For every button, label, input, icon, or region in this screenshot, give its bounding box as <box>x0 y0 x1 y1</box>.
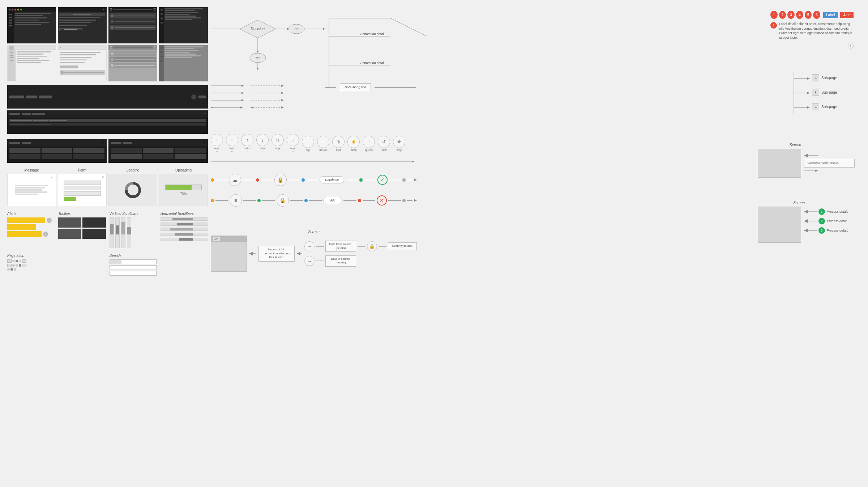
svg-marker-64 <box>815 170 818 172</box>
mockup-topbar <box>7 7 56 12</box>
svg-marker-44 <box>414 199 417 202</box>
form-label: Form <box>78 168 86 172</box>
form-component: Form ✕ <box>58 168 107 206</box>
svg-marker-35 <box>281 92 284 94</box>
screen-label-center: Screen <box>211 230 417 234</box>
svg-text:Decision: Decision <box>251 27 265 31</box>
svg-text:No: No <box>294 27 299 31</box>
bracket-svg: Annotation detail Annotation detail <box>325 14 430 90</box>
loading-label: Loading <box>127 168 140 172</box>
mockup-row-2: ≡ ☰ <box>7 45 208 81</box>
subpage-tree: a Sub-page a Sub-page a Sub-page <box>779 71 859 118</box>
svg-marker-57 <box>807 92 810 94</box>
tooltips-section: Tooltips <box>58 212 106 248</box>
vertical-scrollbars-section: Vertical Scrollbars <box>110 212 157 248</box>
process-flow-1: ☁ 🔒 Database ✓ <box>211 174 417 186</box>
badge-4: 4 <box>796 11 803 19</box>
search-section: Search <box>110 254 208 277</box>
svg-marker-65 <box>804 210 808 213</box>
gesture-swipe-up: ↑ swipe ↑ <box>241 134 253 153</box>
mockup-dark-sidebar-1 <box>7 7 56 43</box>
gesture-rotate: ↺ rotate <box>378 136 390 151</box>
badge-5: 5 <box>805 11 812 19</box>
gesture-drag: ✥ drag <box>393 136 405 151</box>
info-icon: i <box>848 43 854 48</box>
svg-text:Annotation detail: Annotation detail <box>360 61 384 65</box>
svg-marker-59 <box>807 106 810 109</box>
svg-marker-28 <box>241 99 244 101</box>
gesture-swipe-right: → swipe → <box>211 134 223 153</box>
svg-marker-42 <box>412 161 415 162</box>
svg-marker-11 <box>257 51 259 53</box>
note-along-line: Note along line <box>325 83 416 91</box>
svg-marker-9 <box>323 28 325 30</box>
process-flow-2: ≡ 🔒 API ✕ <box>211 194 417 207</box>
label-button[interactable]: Label <box>823 12 838 18</box>
horizontal-scrollbars-section: Horizontal Scrollbars <box>161 212 208 248</box>
badge-1: 1 <box>770 11 778 19</box>
vertical-scrollbars-label: Vertical Scrollbars <box>110 212 157 216</box>
svg-marker-67 <box>804 219 808 223</box>
mockup-gray-small <box>159 45 208 81</box>
flowchart-svg: Decision No Yes <box>211 9 330 72</box>
screen-validation: Screen Validation / script details. <box>758 143 859 178</box>
mockup-dark-dialog-1: ✕ <box>58 7 107 43</box>
uploading-label: Uploading <box>175 168 192 172</box>
svg-line-20 <box>390 18 427 36</box>
mockup-light-dialog: ≡ <box>58 45 107 81</box>
mockup-dark-small-1 <box>159 7 208 43</box>
mockup-gray-list: ☰ ☰ <box>108 45 157 81</box>
mockup-dark-list-1: ☰ ☰ <box>108 7 157 43</box>
badge-2: 2 <box>779 11 786 19</box>
bracket-annotations: Annotation detail Annotation detail <box>325 14 430 90</box>
svg-marker-40 <box>281 106 284 109</box>
svg-marker-43 <box>414 178 417 181</box>
toolbar-rows: ≡ <box>7 85 208 134</box>
svg-text:Annotation detail: Annotation detail <box>360 32 384 36</box>
pagination-label: Pagination <box>7 254 106 258</box>
gesture-spread: ↔ spread <box>363 136 375 151</box>
pagination-section: Pagination <box>7 254 106 277</box>
gesture-swipe-left: ← swipe ← <box>226 134 238 153</box>
svg-marker-26 <box>241 92 244 94</box>
gesture-tap: · tap <box>302 136 314 151</box>
svg-marker-24 <box>241 85 244 87</box>
alerts-section: Alerts i i <box>7 212 55 248</box>
screen-process: Screen 1 Process detail. 2 Process detai… <box>758 201 859 243</box>
svg-marker-33 <box>281 85 284 87</box>
right-badges-section: 1 2 3 4 5 6 Label Alert 1 Label detail d… <box>770 11 854 48</box>
misc-row: Alerts i i Tooltips <box>7 212 208 248</box>
svg-text:Yes: Yes <box>255 56 261 60</box>
mockup-light-sidebar <box>7 45 56 81</box>
screen-data-flow: Screen API Details of API connection aff… <box>211 230 417 272</box>
svg-marker-69 <box>804 229 808 232</box>
annotation-text: Label detail dolor sit amet, consectetur… <box>779 22 854 40</box>
gesture-swipe-down: ↓ swipe ↓ <box>256 134 269 153</box>
svg-marker-31 <box>240 106 243 109</box>
annotation-badge: 1 <box>770 22 777 29</box>
alert-button[interactable]: Alert <box>840 12 854 18</box>
gesture-hold: ◎ hold <box>332 136 345 151</box>
svg-marker-15 <box>257 68 259 70</box>
loading-component: Loading <box>108 168 157 206</box>
pagination-search-row: Pagination <box>7 254 208 277</box>
arrow-lines-section <box>211 81 305 118</box>
alerts-label: Alerts <box>7 212 55 216</box>
gesture-swipe-updown: ↑↓ swipe ↑↓ <box>271 134 284 153</box>
svg-marker-37 <box>281 99 284 101</box>
page: ✕ ☰ <box>0 0 868 487</box>
toolbar-rows-2: ☰ ☰ <box>7 139 208 163</box>
mockup-row-1: ✕ ☰ <box>7 7 208 43</box>
svg-marker-55 <box>807 77 810 80</box>
left-panel: ✕ ☰ <box>7 7 208 277</box>
message-component: Message ✕ <box>7 168 56 206</box>
uploading-component: Uploading 73% <box>159 168 208 206</box>
screen-label-process: Screen <box>758 201 859 205</box>
gesture-dbltap: ·· dbl-tap <box>317 136 329 151</box>
badge-6: 6 <box>813 11 820 19</box>
decision-flowchart: Decision No Yes <box>211 9 330 72</box>
components-row: Message ✕ Form ✕ <box>7 168 208 206</box>
gestures-section: → swipe → ← swipe ← ↑ swipe ↑ ↓ swipe ↓ … <box>211 134 413 153</box>
horizontal-scrollbars-label: Horizontal Scrollbars <box>161 212 208 216</box>
gesture-pinch: ✌ pinch <box>347 136 360 151</box>
